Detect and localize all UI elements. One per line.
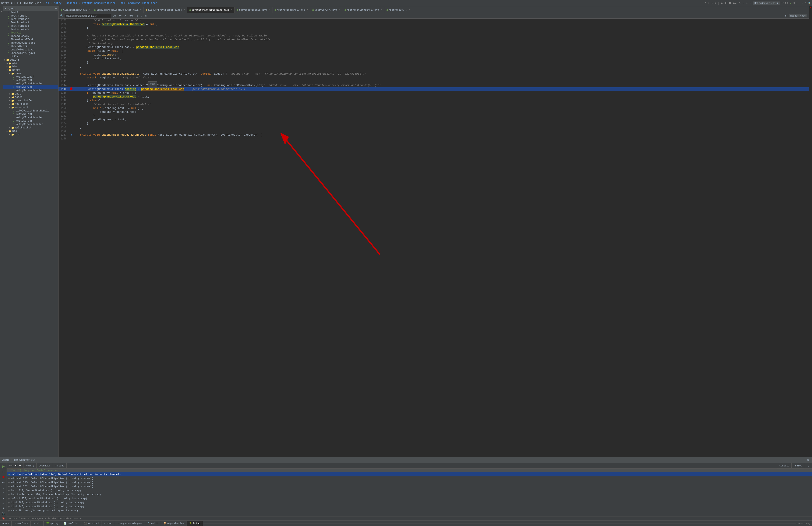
tab-close-btn[interactable]: ×	[269, 9, 270, 11]
pause-btn[interactable]: ⏸	[1, 470, 6, 474]
tab-close-btn[interactable]: ×	[307, 9, 308, 11]
tab-close-btn[interactable]: ×	[408, 9, 410, 11]
frame-row-2[interactable]: ▷ addLast:395, DefaultChannelPipeline (i…	[7, 480, 812, 484]
tab-threads[interactable]: Threads	[52, 463, 67, 468]
tab-git[interactable]: ⎇ Git	[30, 521, 44, 526]
frame-row-6[interactable]: ▷ doBind:273, AbstractBootstrap (io.nett…	[7, 497, 812, 500]
tab-profiler[interactable]: 📊 Profiler	[61, 521, 82, 526]
tab-singlethread[interactable]: SingleThreadEventExecutor.java ×	[92, 7, 144, 13]
event-log-btn[interactable]: Event Log	[796, 522, 812, 525]
frame-row-9[interactable]: ▷ main:39, NettyServer (com.tuling.netty…	[7, 509, 812, 513]
tree-item-test4[interactable]: J Test4	[3, 11, 58, 14]
next-match-btn[interactable]: ↓	[140, 14, 143, 17]
close-search-btn[interactable]: ×	[144, 14, 147, 17]
tree-item-nettyclient[interactable]: J NettyClient	[3, 78, 58, 82]
tree-item-netty[interactable]: ▼ 📁 netty	[3, 69, 58, 72]
tree-item-testpromise4[interactable]: J TestPromise4	[3, 24, 58, 28]
tab-abstractchannel[interactable]: AbstractChannel.java ×	[273, 7, 310, 13]
resume-btn[interactable]: ▶	[1, 464, 5, 469]
tree-item-unsafetest[interactable]: J UnsafeTest.java	[3, 48, 58, 52]
word-btn[interactable]: W	[118, 14, 122, 17]
tree-item-testpromise5[interactable]: J TestPromise5	[3, 28, 58, 31]
tree-item-threadlocaltest[interactable]: J ThreadLocalTest	[3, 38, 58, 41]
frame-row-3[interactable]: ▷ addLast:382, DefaultChannelPipeline (i…	[7, 484, 812, 488]
code-editor[interactable]: 1127 // Null out so it can be GC'd. 1128…	[59, 19, 809, 457]
tab-close-btn[interactable]: ×	[140, 9, 141, 11]
frame-row-1[interactable]: ▷ addLast:222, DefaultChannelPipeline (i…	[7, 477, 812, 480]
tree-item-nettyclienthandler2[interactable]: J NettyClientHandler	[3, 116, 58, 119]
regex-btn[interactable]: .*	[124, 14, 127, 17]
run-to-cursor-btn[interactable]: ↡	[1, 496, 5, 500]
reader-mode-btn[interactable]: Reader Mode	[789, 14, 807, 17]
tab-sequence-diagram[interactable]: ↕ Sequence Diagram	[115, 521, 145, 526]
toggle-icon[interactable]: ⊙	[71, 133, 72, 137]
tree-item-nettyserverhandler2[interactable]: J NettyServerHandler	[3, 123, 58, 126]
tree-item-nio[interactable]: ▶ 📁 nio	[3, 130, 58, 133]
frame-row-5[interactable]: ▷ initAndRegister:320, AbstractBootstrap…	[7, 493, 812, 497]
tab-abstractniochannel[interactable]: AbstractNioChannel.java ×	[343, 7, 385, 13]
filter-btn[interactable]: 🔖	[1, 516, 6, 520]
tree-item-lifecycle[interactable]: J LifeCycleinBoundHandle	[3, 109, 58, 113]
breadcrumb-netty[interactable]: netty	[54, 2, 61, 5]
sidebar-gear[interactable]: ⚙	[55, 7, 57, 10]
tree-item-threadlocaltest2[interactable]: J ThreadLocalTest2	[3, 41, 58, 45]
camera-btn[interactable]: 📷	[1, 511, 6, 515]
tree-item-old[interactable]: ▶ 📁 old	[3, 133, 58, 136]
tree-item-unsafetest2[interactable]: J UnsafeTest2.java	[3, 52, 58, 55]
tab-variables[interactable]: Variables	[7, 463, 24, 468]
tab-defaultchannel[interactable]: DefaultChannelPipeline.java ×	[187, 7, 235, 13]
filter-btn[interactable]: ▼	[784, 14, 788, 17]
tab-nioeventloop[interactable]: NioEventLoop.java ×	[59, 7, 92, 13]
tab-close-btn[interactable]: ×	[231, 9, 232, 11]
tree-item-heartbeat[interactable]: ▶ 📁 heartbeat	[3, 102, 58, 106]
breadcrumb-io[interactable]: io	[46, 2, 49, 5]
tree-item-threadtest4[interactable]: J ThreadTest4	[3, 45, 58, 48]
tree-item-bio[interactable]: ▶ 📁 bio	[3, 65, 58, 69]
tab-overhead[interactable]: Overhead	[37, 463, 52, 468]
tab-serverbootstrap[interactable]: ServerBootstrap.java ×	[235, 7, 273, 13]
tab-kqueue[interactable]: KQueueArrayWrapper.class ×	[144, 7, 187, 13]
debug-filter-btn[interactable]: ▼	[806, 464, 810, 468]
tree-item-splitpacket[interactable]: ▶ 📁 splitpacket	[3, 126, 58, 130]
frame-row-8[interactable]: ▷ bind:245, AbstractBootstrap (io.netty.…	[7, 505, 812, 509]
tab-dependencies[interactable]: 📦 Dependencies	[161, 521, 187, 526]
tab-memory[interactable]: Memory	[24, 463, 37, 468]
breadcrumb-method[interactable]: callHandlerCallbackLater	[121, 2, 157, 5]
tree-item-chat[interactable]: ▶ 📁 chat	[3, 92, 58, 96]
prev-match-btn[interactable]: ↑	[136, 14, 139, 17]
tree-item-testpromise3[interactable]: J TestPromise3	[3, 21, 58, 24]
case-sensitive-btn[interactable]: Aa	[113, 14, 117, 17]
server-selector[interactable]: NettyServer (1) ▼	[753, 1, 780, 5]
search-input[interactable]	[65, 14, 111, 18]
tab-todo[interactable]: ✓ TODO	[102, 521, 115, 526]
tab-frames[interactable]: Frames	[792, 463, 804, 468]
tree-item-threadlocal5[interactable]: J ThreadLocal5	[3, 34, 58, 38]
breadcrumb-channel[interactable]: channel	[67, 2, 77, 5]
tab-nettyserver[interactable]: NettyServer.java ×	[310, 7, 343, 13]
step-out-btn[interactable]: ↑	[2, 491, 5, 495]
tree-item-aio[interactable]: ▶ 📁 aio	[3, 62, 58, 65]
tab-terminal[interactable]: ⬛ Terminal	[82, 521, 102, 526]
tree-item-testpromise[interactable]: J TestPromise	[3, 14, 58, 18]
tab-abstractsc[interactable]: AbstractSc... ×	[385, 7, 412, 13]
tree-item-nettyserverhandler[interactable]: J NettyServerHandler	[3, 89, 58, 92]
tab-close-btn[interactable]: ×	[184, 9, 185, 11]
step-over-btn[interactable]: ↷	[1, 481, 5, 485]
evaluate-btn[interactable]: ≡	[2, 502, 5, 506]
frame-row-0[interactable]: ▶ callHandlerCallbackLater:1145, Default…	[7, 472, 812, 477]
watch-btn[interactable]: 👁	[1, 507, 5, 511]
tree-item-nettybytebuf[interactable]: J NettyByteBuf	[3, 75, 58, 78]
tree-item-utils[interactable]: J Utils	[3, 55, 58, 58]
step-into-btn[interactable]: ↓	[2, 486, 5, 490]
tree-item-nettyserver2[interactable]: J NettyServer	[3, 119, 58, 123]
tree-item-reconnect[interactable]: ▼ 📁 reconnect	[3, 106, 58, 109]
tab-debug[interactable]: 🐛 Debug	[187, 521, 203, 526]
tab-console[interactable]: Console	[777, 463, 792, 468]
tree-item-directbuffer[interactable]: ▶ 📁 directbuffer	[3, 99, 58, 102]
tab-problems[interactable]: ⚠ Problems	[12, 521, 30, 526]
frame-row-7[interactable]: ▷ bind:267, AbstractBootstrap (io.netty.…	[7, 500, 812, 505]
tree-item-tuling[interactable]: ▼ 📁 tuling	[3, 58, 58, 62]
breadcrumb-pipeline[interactable]: DefaultChannelPipeline	[82, 2, 116, 5]
tree-item-base[interactable]: ▼ 📁 base	[3, 72, 58, 75]
settings-btn[interactable]: ⚙	[806, 458, 810, 462]
